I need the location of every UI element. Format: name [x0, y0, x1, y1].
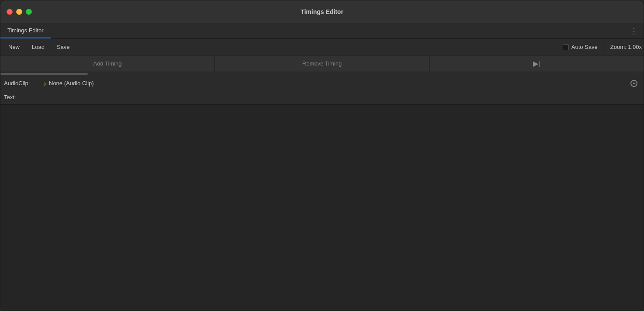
- auto-save-label: Auto Save: [571, 44, 598, 50]
- text-row: Text:: [0, 91, 644, 104]
- title-bar: Timings Editor: [0, 0, 644, 23]
- fields-area: AudioClip: ♪ None (Audio Clip) Text:: [0, 76, 644, 104]
- action-bar: Add Timing Remove Timing ▶|: [0, 55, 644, 72]
- save-button[interactable]: Save: [51, 42, 76, 52]
- window-title: Timings Editor: [301, 8, 343, 15]
- main-window: Timings Editor Timings Editor ⋮ New Load…: [0, 0, 644, 311]
- remove-timing-button[interactable]: Remove Timing: [215, 55, 429, 72]
- scroll-area: [0, 72, 644, 76]
- auto-save-checkbox[interactable]: [563, 44, 569, 50]
- load-button[interactable]: Load: [26, 42, 51, 52]
- music-icon: ♪: [43, 80, 46, 87]
- target-icon: [630, 80, 637, 87]
- play-button[interactable]: ▶|: [429, 55, 644, 72]
- tab-label: Timings Editor: [7, 27, 44, 34]
- more-options-button[interactable]: ⋮: [630, 26, 638, 36]
- minimize-button[interactable]: [16, 9, 22, 15]
- traffic-lights: [7, 9, 32, 15]
- audio-clip-target-button[interactable]: [628, 79, 640, 88]
- scroll-thumb[interactable]: [0, 73, 88, 75]
- close-button[interactable]: [7, 9, 13, 15]
- auto-save-container: Auto Save: [563, 44, 598, 50]
- audio-clip-value: None (Audio Clip): [49, 80, 94, 86]
- tab-bar: Timings Editor ⋮: [0, 23, 644, 39]
- content-area: [0, 104, 644, 311]
- tab-timings-editor[interactable]: Timings Editor: [0, 23, 51, 38]
- zoom-label: Zoom: 1.00x: [610, 44, 642, 50]
- text-label: Text:: [4, 94, 43, 100]
- audio-clip-row: AudioClip: ♪ None (Audio Clip): [0, 76, 644, 91]
- audio-clip-value-container: ♪ None (Audio Clip): [43, 80, 628, 87]
- toolbar: New Load Save Auto Save Zoom: 1.00x: [0, 39, 644, 55]
- new-button[interactable]: New: [2, 42, 26, 52]
- audio-clip-label: AudioClip:: [4, 80, 43, 86]
- maximize-button[interactable]: [26, 9, 32, 15]
- play-icon: ▶|: [533, 59, 540, 68]
- toolbar-right: Auto Save Zoom: 1.00x: [563, 43, 642, 52]
- toolbar-divider: [604, 43, 604, 52]
- add-timing-button[interactable]: Add Timing: [0, 55, 215, 72]
